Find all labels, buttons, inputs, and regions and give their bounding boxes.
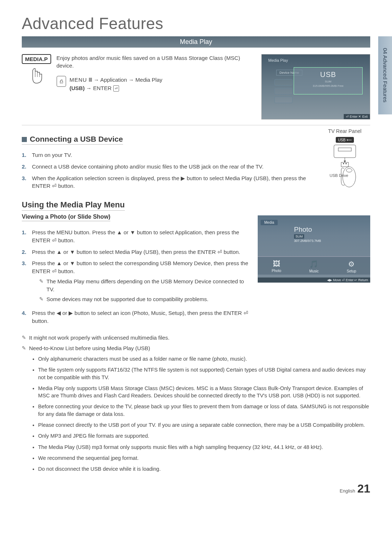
outer-note-2: Need-to-Know List before using Media Pla… [29, 344, 150, 352]
conn-step-3: When the Application selection screen is… [32, 174, 310, 190]
note-icon: ✎ [22, 334, 26, 342]
ss1-title: Media Play [268, 58, 288, 62]
menu-glyph-icon: Ⅲ [89, 77, 92, 83]
svg-point-11 [346, 169, 352, 172]
music-icon: 🎵 [309, 260, 319, 268]
setup-icon: ⚙ [347, 260, 356, 268]
menu-word: MENU [70, 77, 87, 83]
rear-panel-label: TV Rear Panel [319, 128, 370, 134]
section-bar: Media Play [22, 36, 370, 48]
ss1-usb-panel: USB SUM 315.0MB/995.0MB Free [294, 67, 363, 94]
side-tab-text: 04 Advanced Features [382, 48, 388, 102]
note-icon: ✎ [22, 344, 26, 352]
ntk-2: The file system only supports FAT16/32 (… [38, 366, 370, 381]
remote-button-mediap: MEDIA.P [22, 54, 51, 64]
hand-icon [27, 67, 45, 87]
ntk-6: Only MP3 and JPEG file formats are suppo… [38, 432, 370, 439]
ss1-slot-1 [274, 79, 293, 86]
view-step-2: Press the ▲ or ▼ button to select Media … [32, 248, 240, 256]
viewing-steps: 1.Press the MENU button. Press the ▲ or … [22, 228, 249, 325]
ss2-main-label: Photo [294, 226, 312, 234]
ss1-free: 315.0MB/995.0MB Free [298, 84, 358, 88]
ntk-7: The Media Play (USB) mp3 format only sup… [38, 443, 370, 451]
photo-icon: 🖼 [272, 260, 281, 268]
menu-path: ⎙ MENU Ⅲ → Application → Media Play (USB… [57, 76, 254, 92]
ss2-tab: Media [261, 220, 278, 225]
page-footer: English 21 [22, 482, 370, 495]
svg-rect-5 [338, 148, 351, 151]
connecting-steps: 1.Turn on your TV. 2.Connect a USB devic… [22, 151, 310, 190]
viewing-photo-heading: Viewing a Photo (or Slide Show) [22, 214, 110, 221]
connecting-heading: Connecting a USB Device [22, 135, 123, 145]
ss1-slot-3 [274, 97, 293, 103]
conn-step-1: Turn on your TV. [32, 151, 72, 159]
ss2-size: 307.2MB/973.7MB [294, 239, 321, 243]
usb-drive-label: USB Drive [330, 173, 348, 178]
menu-button-icon: ⎙ [57, 76, 66, 87]
view-step-1: Press the MENU button. Press the ▲ or ▼ … [32, 228, 249, 244]
ntk-8: We recommend the sequential jpeg format. [38, 454, 370, 462]
ss2-icon-photo: Photo [272, 269, 281, 273]
screenshot-media-play-usb: Media Play Device Name USB SUM 315.0MB/9… [261, 54, 370, 120]
using-media-play-heading: Using the Media Play Menu [22, 200, 125, 211]
remote-illustration: MEDIA.P [22, 54, 51, 120]
chapter-side-tab: 04 Advanced Features [378, 36, 392, 114]
view-step-4: Press the ◀ or ▶ button to select an ico… [32, 309, 249, 325]
usb-port-label: USB ⟵ [338, 138, 351, 142]
need-to-know-list: Only alphanumeric characters must be use… [22, 355, 370, 473]
view-step-3: Press the ▲ or ▼ button to select the co… [32, 260, 248, 274]
view-note-2: Some devices may not be supported due to… [46, 295, 208, 303]
menu-path-seg1: → Application → Media Play [94, 77, 162, 83]
screenshot-photo-menu: Media Photo SUM 307.2MB/973.7MB 🖼Photo 🎵… [258, 215, 370, 283]
ss1-footer: ⏎ Enter ✕ Exit [344, 114, 370, 119]
ss1-usb-label: USB [298, 70, 358, 79]
footer-language: English [340, 488, 355, 494]
chapter-title: Advanced Features [22, 15, 370, 33]
enter-icon: ⏎ [113, 85, 119, 92]
ss2-sum: SUM [294, 234, 304, 239]
svg-rect-9 [346, 163, 347, 164]
ss1-slot-2 [274, 88, 293, 94]
ss2-footer: ◀▶ Move ⏎ Enter ↩ Return [258, 278, 370, 283]
note-icon: ✎ [39, 295, 44, 303]
ntk-4: Before connecting your device to the TV,… [38, 403, 370, 418]
tv-rear-panel-diagram: TV Rear Panel USB ⟵ USB Drive [319, 128, 370, 194]
intro-text: Enjoy photos and/or music files saved on… [57, 54, 254, 69]
ss2-icon-row: 🖼Photo 🎵Music ⚙Setup [258, 256, 370, 275]
menu-path-seg2: → ENTER [86, 85, 111, 91]
svg-rect-7 [341, 162, 348, 167]
menu-path-usb: (USB) [70, 85, 85, 91]
outer-note-1: It might not work properly with unlicens… [29, 334, 170, 342]
ss2-icon-music: Music [309, 269, 319, 273]
note-icon: ✎ [39, 278, 44, 293]
ss1-sum: SUM [298, 80, 358, 83]
outer-notes: ✎It might not work properly with unlicen… [22, 334, 370, 473]
ntk-9: Do not disconnect the USB device while i… [38, 465, 370, 473]
svg-rect-8 [343, 163, 344, 164]
conn-step-2: Connect a USB device containing photo an… [32, 163, 264, 171]
ntk-1: Only alphanumeric characters must be use… [38, 355, 370, 362]
ss2-icon-setup: Setup [347, 269, 356, 273]
footer-page-number: 21 [357, 482, 370, 495]
heading-bullet-icon [22, 137, 27, 142]
view-note-1: The Media Play menu differs depending on… [46, 278, 249, 293]
ntk-3: Media Play only supports USB Mass Storag… [38, 385, 370, 400]
ntk-5: Please connect directly to the USB port … [38, 421, 370, 429]
